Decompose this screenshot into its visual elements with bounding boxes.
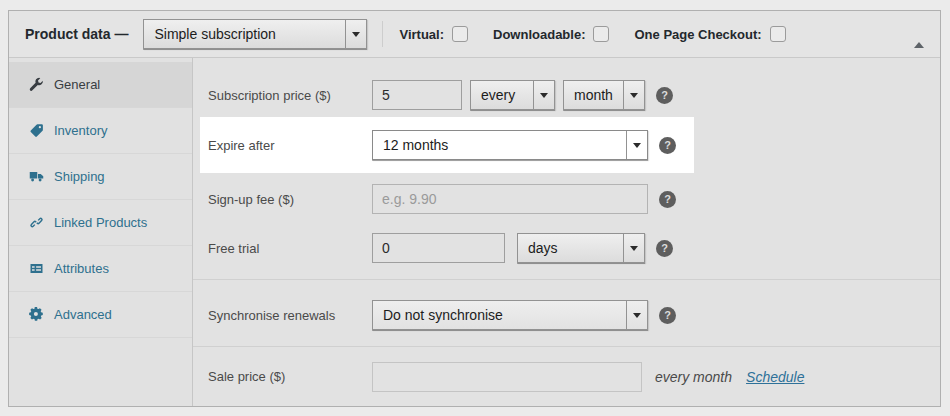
tab-linked-products-label: Linked Products [54,215,147,230]
metabox-header: Product data — Simple subscription Virtu… [9,11,940,58]
virtual-checkbox[interactable] [452,26,468,42]
tab-inventory[interactable]: Inventory [9,108,192,154]
tab-advanced[interactable]: Advanced [9,292,192,338]
virtual-label: Virtual: [399,27,444,42]
trial-period-value: days [528,240,558,256]
tab-shipping[interactable]: Shipping [9,154,192,200]
help-icon[interactable]: ? [659,191,676,208]
synchronise-renewals-select[interactable]: Do not synchronise [372,300,648,330]
chevron-down-icon [533,81,554,109]
tab-attributes[interactable]: Attributes [9,246,192,292]
billing-period-value: month [574,87,613,103]
tab-general[interactable]: General [9,62,192,108]
help-icon[interactable]: ? [656,87,673,104]
subscription-price-row: Subscription price ($) every month ? [193,58,940,117]
sale-price-row: Sale price ($) every month Schedule [193,347,940,406]
sale-price-period-text: every month [655,369,732,385]
sale-price-label: Sale price ($) [208,369,372,384]
triangle-up-icon [914,25,924,48]
virtual-checkbox-group: Virtual: [399,26,468,42]
downloadable-label: Downloadable: [493,27,585,42]
help-icon[interactable]: ? [659,137,676,154]
chevron-down-icon [623,81,644,109]
expire-after-row: Expire after 12 months ? [193,117,940,173]
wrench-icon [29,77,44,92]
truck-icon [29,169,44,184]
tab-advanced-label: Advanced [54,307,112,322]
product-type-select[interactable]: Simple subscription [143,19,367,49]
expire-after-select[interactable]: 12 months [372,130,648,160]
metabox-body: General Inventory Shipping Linked Produc… [9,58,940,406]
subscription-price-label: Subscription price ($) [208,88,372,103]
expire-after-label: Expire after [208,138,372,153]
one-page-checkout-checkbox-group: One Page Checkout: [634,26,785,42]
chevron-down-icon [626,301,647,329]
link-icon [29,215,44,230]
downloadable-checkbox[interactable] [593,26,609,42]
chevron-down-icon [626,131,647,159]
metabox-title: Product data — [25,26,128,42]
expire-after-highlight: Expire after 12 months ? [200,117,694,173]
product-type-value: Simple subscription [154,26,275,42]
billing-interval-value: every [481,87,515,103]
schedule-link[interactable]: Schedule [746,369,804,385]
one-page-checkout-label: One Page Checkout: [634,27,761,42]
sale-price-input[interactable] [372,362,642,392]
help-icon[interactable]: ? [659,307,676,324]
expire-after-value: 12 months [383,137,448,153]
billing-period-select[interactable]: month [563,80,645,110]
free-trial-input[interactable] [372,233,505,263]
tab-shipping-label: Shipping [54,169,105,184]
signup-fee-label: Sign-up fee ($) [208,192,372,207]
subscription-price-input[interactable] [372,80,462,110]
header-divider [382,21,383,47]
chevron-down-icon [345,20,366,48]
product-data-metabox: Product data — Simple subscription Virtu… [8,10,941,407]
gear-icon [29,307,44,322]
downloadable-checkbox-group: Downloadable: [493,26,609,42]
trial-period-select[interactable]: days [517,233,645,263]
tab-attributes-label: Attributes [54,261,109,276]
general-tab-panel: Subscription price ($) every month ? Exp… [193,58,940,406]
one-page-checkout-checkbox[interactable] [770,26,786,42]
signup-fee-input[interactable] [372,184,648,214]
tag-icon [29,123,44,138]
help-icon[interactable]: ? [656,240,673,257]
free-trial-label: Free trial [208,241,372,256]
tab-general-label: General [54,77,100,92]
synchronise-renewals-row: Synchronise renewals Do not synchronise … [193,279,940,347]
list-card-icon [29,261,44,276]
signup-fee-row: Sign-up fee ($) ? [193,173,940,225]
tab-inventory-label: Inventory [54,123,107,138]
synchronise-renewals-label: Synchronise renewals [208,308,372,323]
product-data-tabs: General Inventory Shipping Linked Produc… [9,58,193,406]
synchronise-renewals-value: Do not synchronise [383,307,503,323]
free-trial-row: Free trial days ? [193,225,940,279]
tab-linked-products[interactable]: Linked Products [9,200,192,246]
collapse-panel-button[interactable] [912,19,926,49]
billing-interval-select[interactable]: every [470,80,555,110]
chevron-down-icon [623,234,644,262]
